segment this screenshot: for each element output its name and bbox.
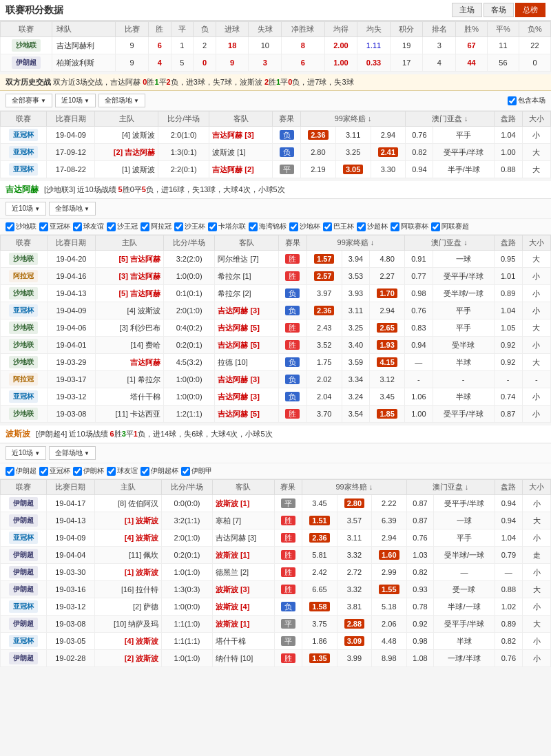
match-o3: 5.18 bbox=[372, 598, 406, 616]
match-o1: 1.86 bbox=[302, 633, 337, 650]
result-badge: 负 bbox=[285, 306, 300, 315]
match-league: 阿拉冠 bbox=[9, 270, 38, 282]
match-size: 小 bbox=[523, 564, 551, 581]
match-size: 小 bbox=[522, 285, 550, 302]
team1-filter-venue[interactable]: 全部场地 ▼ bbox=[49, 202, 96, 216]
match-handi-odds: 0.87 bbox=[494, 406, 522, 423]
match-asian: 0.92 bbox=[406, 616, 434, 633]
match-handi-odds: 0.88 bbox=[495, 161, 523, 178]
tab-home[interactable]: 主场 bbox=[452, 3, 482, 17]
match-o2: 3.11 bbox=[335, 127, 371, 144]
match-o2: 3.57 bbox=[337, 512, 371, 529]
match-date: 19-04-20 bbox=[47, 251, 95, 268]
match-handi-odds: 0.89 bbox=[494, 285, 522, 302]
result-badge: 平 bbox=[280, 165, 294, 174]
match-result: 平 bbox=[274, 633, 302, 650]
match-away: 波斯波 [1] bbox=[212, 495, 274, 512]
match-size: 大 bbox=[522, 319, 550, 337]
th-h-home: 主队 bbox=[95, 112, 158, 127]
match-o3: 2.94 bbox=[372, 529, 406, 547]
match-date: 19-03-12 bbox=[46, 598, 94, 616]
match-result: 胜 bbox=[274, 564, 302, 581]
match-league: 沙地联 bbox=[9, 322, 38, 334]
match-row: 沙地联 19-04-06 [3] 利沙巴布 0:4(0:2) 吉达阿赫 [5] … bbox=[1, 319, 551, 337]
th-draw-pct: 平% bbox=[488, 22, 519, 37]
team1-checkbox-bar: 沙地联 亚冠杯 球友谊 沙王冠 阿拉冠 沙王杯 卡塔尔联 海湾锦标 沙地杯 巴王… bbox=[0, 219, 551, 235]
match-result: 胜 bbox=[274, 547, 302, 564]
match-size: 小 bbox=[522, 302, 550, 319]
filter-recent10[interactable]: 近10场 ▼ bbox=[55, 94, 96, 107]
match-home: [3] 吉达阿赫 bbox=[96, 268, 164, 285]
match-handi-odds: 1.04 bbox=[494, 302, 522, 319]
match-handi: 受半球 bbox=[433, 337, 494, 354]
th-t2-asian: 澳门亚盘 ↓ bbox=[406, 480, 495, 495]
tab-away[interactable]: 客场 bbox=[484, 3, 514, 17]
th-t2-result: 赛果 bbox=[274, 480, 302, 495]
match-away: 吉达阿赫 [3] bbox=[215, 302, 278, 319]
th-rank: 排名 bbox=[423, 22, 456, 37]
match-home: [2] 吉达阿赫 bbox=[95, 144, 158, 161]
match-row: 亚冠杯 19-04-09 [4] 波斯波 2:0(1:0) 吉达阿赫 [3] 胜… bbox=[1, 529, 551, 547]
match-away: 吉达阿赫 [5] bbox=[215, 406, 278, 423]
filter-all-leagues[interactable]: 全部赛事 ▼ bbox=[6, 94, 52, 107]
match-away: 吉达阿赫 [3] bbox=[212, 529, 274, 547]
match-home: [11] 佩坎 bbox=[94, 547, 162, 564]
match-size: 小 bbox=[522, 388, 550, 406]
match-o3: 3.30 bbox=[371, 161, 406, 178]
match-o3: 2.94 bbox=[370, 302, 405, 319]
match-score: 2:0(1:0) bbox=[158, 127, 209, 144]
th-league: 联赛 bbox=[1, 22, 52, 37]
match-o1: 1.75 bbox=[306, 354, 342, 371]
team1-filter-recent[interactable]: 近10场 ▼ bbox=[6, 202, 46, 216]
match-home: [5] 吉达阿赫 bbox=[96, 285, 164, 302]
match-o1: 6.65 bbox=[302, 581, 337, 598]
result-badge: 胜 bbox=[281, 516, 295, 525]
match-handi: 受平手/半球 bbox=[433, 144, 495, 161]
tab-total[interactable]: 总榜 bbox=[515, 3, 545, 17]
match-o2: 3.34 bbox=[342, 371, 369, 388]
match-o2: 2.72 bbox=[337, 564, 371, 581]
match-row: 沙地联 19-04-13 [5] 吉达阿赫 0:1(0:1) 希拉尔 [2] 负… bbox=[1, 285, 551, 302]
match-handi-odds: 0.94 bbox=[495, 495, 523, 512]
history-header: 双方历史交战 双方近3场交战，吉达阿赫 0胜1平2负，进3球，失7球，波斯波 2… bbox=[0, 74, 551, 91]
team2-filter-recent[interactable]: 近10场 ▼ bbox=[6, 446, 46, 460]
match-home: 塔什干棉 bbox=[96, 388, 164, 406]
th-h-handi: 盘路 bbox=[495, 112, 523, 127]
match-home: [2] 萨德 bbox=[94, 598, 162, 616]
match-away: 吉达阿赫 [5] bbox=[215, 337, 278, 354]
match-league: 伊朗超 bbox=[9, 497, 38, 510]
match-o1: 1.35 bbox=[302, 650, 337, 667]
result-badge: 负 bbox=[285, 392, 300, 401]
match-result: 负 bbox=[278, 302, 306, 319]
match-row: 亚冠杯 17-08-22 [1] 波斯波 2:2(0:1) 吉达阿赫 [2] 平… bbox=[1, 161, 551, 178]
th-t2-odds: 99家终赔 ↓ bbox=[302, 480, 406, 495]
match-row: 亚冠杯 19-04-09 [4] 波斯波 2:0(1:0) 吉达阿赫 [3] 负… bbox=[1, 302, 551, 319]
match-result: 胜 bbox=[274, 512, 302, 529]
match-o2: 3.99 bbox=[337, 650, 371, 667]
th-t2-away: 客队 bbox=[212, 480, 274, 495]
match-handi: 平手 bbox=[433, 319, 494, 337]
match-date: 19-04-09 bbox=[47, 302, 95, 319]
match-league: 亚冠杯 bbox=[9, 635, 38, 647]
result-badge: 胜 bbox=[281, 550, 295, 560]
th-h-result: 赛果 bbox=[273, 112, 301, 127]
match-score: 1:1(1:1) bbox=[162, 633, 213, 650]
team2-filter-venue[interactable]: 全部场地 ▼ bbox=[49, 446, 96, 460]
match-home: [14] 费哈 bbox=[96, 337, 164, 354]
match-size: 大 bbox=[523, 512, 551, 529]
match-home: 吉达阿赫 bbox=[96, 354, 164, 371]
match-asian: 0.82 bbox=[406, 144, 433, 161]
filter-all-venues[interactable]: 全部场地 ▼ bbox=[98, 94, 145, 107]
match-handi-odds: 0.76 bbox=[495, 650, 523, 667]
match-o2: 3.05 bbox=[335, 161, 371, 178]
th-pts: 积分 bbox=[390, 22, 423, 37]
match-size: 走 bbox=[523, 547, 551, 564]
match-date: 19-03-08 bbox=[47, 406, 95, 423]
match-score: 0:2(0:1) bbox=[163, 337, 214, 354]
include-current-checkbox[interactable]: 包含本场 bbox=[508, 96, 545, 105]
th-t1-away: 客队 bbox=[215, 235, 278, 251]
match-result: 胜 bbox=[274, 529, 302, 547]
result-badge: 负 bbox=[285, 357, 300, 367]
match-o2: 3.40 bbox=[342, 337, 369, 354]
match-asian: 0.82 bbox=[406, 564, 434, 581]
